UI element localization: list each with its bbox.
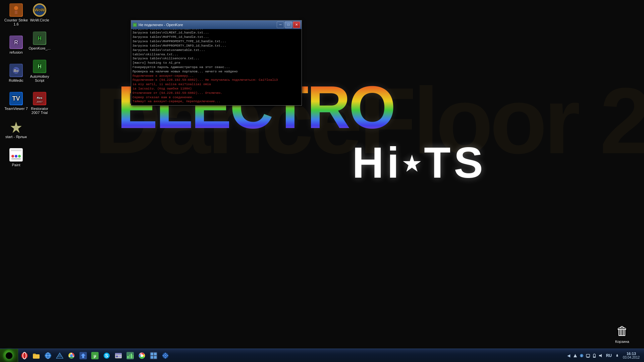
restorator-icon: Res 2007 [33,92,46,105]
terminal-line: Сервер отказал вам в соединении. [132,96,300,100]
tray-icon-speaker[interactable] [598,353,603,358]
icon-restorator-label: Restorator 2007 Trial [28,107,52,115]
taskbar-opera[interactable] [19,350,30,361]
svg-rect-63 [151,356,153,359]
svg-point-16 [18,155,21,158]
icon-start-shortcut[interactable]: start - Ярлык [3,117,30,141]
wallpaper-content: ELECTRO Hi★TS [117,77,486,278]
taskbar-ie[interactable] [42,350,54,361]
taskbar-app4[interactable] [160,350,171,361]
icon-start-shortcut-label: start - Ярлык [5,135,27,139]
svg-point-32 [23,352,26,359]
romedic-icon: Ro [9,64,23,77]
svg-rect-2 [15,11,17,14]
system-tray: ◀ i [564,349,644,362]
start-orb [3,350,15,362]
svg-rect-77 [593,357,596,358]
svg-text:2007: 2007 [37,100,43,103]
icon-openkore-label: OpenKore_... [29,46,50,50]
svg-marker-78 [599,354,602,357]
svg-marker-72 [574,354,577,357]
terminal-line: Загрузка tables\MAPPROPERTY_INFO_id_hand… [132,44,300,48]
terminal-line: ia lacsaitu. (Код ошибки 11004) [132,87,300,91]
terminal-line: Загрузка tables\MAPTYPE_id_handle.txt... [132,35,300,40]
svg-rect-50 [115,353,122,355]
terminal-line: Загрузка tables\skillsencore.txt... [132,57,300,61]
terminal-line: Загрузка tables\AILMENT_id_handle.txt... [132,31,300,35]
terminal-line: Генерируется пароль Администратора на эт… [132,65,300,70]
terminal-line: Подключение к аккаунт-серверу... [132,74,300,78]
tray-icon-1[interactable] [573,353,578,358]
taskbar-google-drive[interactable] [54,350,65,361]
svg-text:TV: TV [12,95,20,102]
terminal-window[interactable]: H Не подключен - OpenKore ─ □ ✕ Загрузка… [131,20,302,106]
svg-rect-64 [154,356,157,359]
paint-icon [9,148,23,162]
clock-date: 03.04.2012 [623,356,640,359]
svg-point-15 [15,155,17,158]
svg-point-42 [70,354,73,357]
taskbar-utorrent[interactable]: μ [89,350,101,361]
svg-text:μ: μ [94,353,96,358]
svg-text:Res: Res [37,96,43,100]
taskbar-folder[interactable] [31,350,42,361]
terminal-body[interactable]: Загрузка tables\STATUS_id_handle.txt...З… [131,29,302,105]
counter-strike-icon [9,3,23,17]
svg-point-1 [14,6,18,10]
icon-wow-circle[interactable]: WoW WoW.Circle [26,1,53,25]
taskbar-apps: μ S [18,349,172,362]
terminal-controls: ─ □ ✕ [277,21,300,28]
start-button[interactable] [0,349,18,362]
close-button[interactable]: ✕ [293,21,300,28]
icon-restorator[interactable]: Res 2007 Restorator 2007 Trial [26,89,53,117]
svg-text:H: H [38,64,42,69]
svg-rect-52 [119,356,121,357]
terminal-line: Отключение от (94.228.192.59:6082)... От… [132,91,300,96]
taskbar-app3[interactable] [148,350,159,361]
svg-rect-75 [586,354,590,357]
tray-icon-2[interactable]: i [579,353,584,358]
recycle-bin[interactable]: 🗑 Корзина [610,324,634,344]
clock-area[interactable]: 16:13 03.04.2012 [621,352,641,359]
taskbar-picasa[interactable] [136,350,148,361]
clock-time: 16:13 [627,352,636,356]
taskbar-explorer[interactable] [113,350,124,361]
recycle-bin-label: Корзина [615,340,629,344]
desktop: DanceFloor 2001 ELECTRO Hi★TS Counter St… [0,0,644,362]
svg-text:S: S [105,353,108,358]
tray-icon-4[interactable] [592,353,597,358]
svg-rect-17 [11,158,21,160]
terminal-app-icon: H [132,22,137,27]
svg-text:R: R [14,40,18,45]
teamviewer-icon: TV [9,92,23,105]
svg-point-14 [11,155,14,158]
taskbar-app2[interactable] [124,350,136,361]
icon-refusion-label: refusion [9,50,22,54]
icon-paint-label: Paint [12,163,20,167]
wow-circle-icon: WoW [33,3,46,17]
icon-paint[interactable]: Paint [3,145,30,170]
desktop-icons-col2: WoW WoW.Circle H OpenKore_... H AutoHo [23,0,56,118]
taskbar-skype[interactable]: S [101,350,112,361]
icon-autohotkey[interactable]: H AutoHotkey Script [26,57,53,85]
terminal-line: Загрузка tables\statusnametable.txt... [132,48,300,53]
taskbar-chromium[interactable] [66,350,77,361]
svg-point-30 [6,352,12,359]
wallpaper: DanceFloor 2001 ELECTRO Hi★TS [0,0,644,362]
refusion-icon: R [9,36,23,49]
language-indicator[interactable]: RU [605,353,613,358]
svg-text:Ro: Ro [14,69,19,73]
tray-icon-3[interactable] [585,353,591,358]
taskbar-flashget[interactable] [77,350,89,361]
svg-rect-13 [11,149,21,151]
minimize-button[interactable]: ─ [277,21,284,28]
icon-openkore[interactable]: H OpenKore_... [26,29,53,53]
tray-hide-icon[interactable] [614,353,620,358]
terminal-line: tables\skillsarea.txt... [132,53,300,57]
start-shortcut-icon [9,120,23,133]
tray-icons: ◀ i [566,353,603,358]
maximize-button[interactable]: □ [285,21,292,28]
svg-point-67 [165,355,166,356]
icon-romedic-label: RoMedic [9,78,23,82]
tray-expand-icon[interactable]: ◀ [566,353,572,358]
